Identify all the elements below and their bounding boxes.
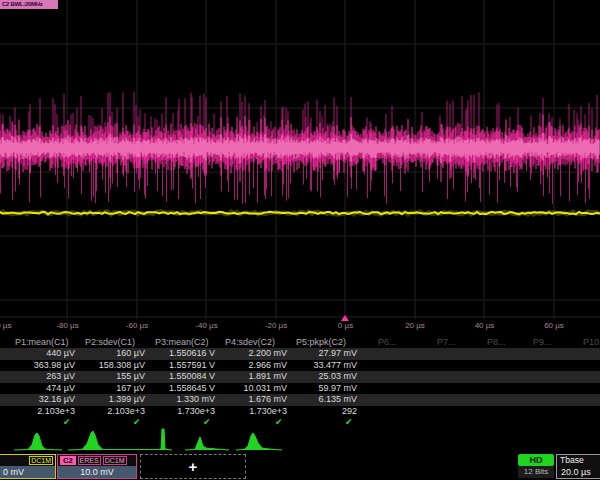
table-cell: 474 µV — [3, 383, 75, 395]
timebase-label: Tbase — [557, 455, 600, 466]
histicon — [185, 437, 229, 450]
c2-channel-badge: C2 — [60, 456, 76, 465]
c2-scale: 10.0 mV — [58, 466, 136, 478]
hd-bits-label: 12 Bits — [518, 466, 554, 478]
c2-eres-token: ERES — [78, 456, 101, 465]
hd-badge: HD — [518, 454, 554, 466]
table-cell: 33.477 mV — [285, 360, 357, 372]
measure-histicons — [0, 427, 600, 453]
table-cell: 10.031 mV — [215, 383, 287, 395]
table-cell: 160 µV — [73, 348, 145, 360]
table-cell: 1.891 mV — [215, 371, 287, 383]
table-cell: 59.97 mV — [285, 383, 357, 395]
table-cell: 32.16 µV — [3, 394, 75, 406]
measure-header-p6[interactable]: P6... — [378, 337, 397, 349]
c2-descriptor-box[interactable]: C2 ERES DC1M 10.0 mV — [57, 454, 137, 479]
measure-header-p9[interactable]: P9... — [533, 337, 552, 349]
table-cell: 2.103e+3 — [73, 406, 145, 418]
table-cell: 1.730e+3 — [215, 406, 287, 418]
measure-header-p4[interactable]: P4:sdev(C2) — [225, 337, 275, 349]
time-axis: -100 µs-80 µs-60 µs-40 µs-20 µs0 µs20 µs… — [0, 320, 600, 334]
plus-icon: + — [189, 458, 198, 475]
measure-header-p1[interactable]: P1:mean(C1) — [15, 337, 69, 349]
table-cell: 155 µV — [73, 371, 145, 383]
table-row: 32.16 µV1.399 µV1.330 mV1.676 mV6.135 mV — [0, 394, 600, 406]
table-cell: 158.308 µV — [73, 360, 145, 372]
measure-header-p8[interactable]: P8... — [487, 337, 506, 349]
table-cell: 1.558645 V — [143, 383, 215, 395]
time-tick-label: 20 µs — [405, 321, 425, 330]
table-cell: 27.97 mV — [285, 348, 357, 360]
measure-header-p10[interactable]: P10... — [583, 337, 600, 349]
table-row: 474 µV167 µV1.558645 V10.031 mV59.97 mV — [0, 383, 600, 395]
waveform-grid[interactable]: C2 BWL:20MHz — [0, 0, 600, 319]
table-row: 2.103e+32.103e+31.730e+31.730e+3292 — [0, 406, 600, 418]
table-row: 440 µV160 µV1.550616 V2.200 mV27.97 mV — [0, 348, 600, 360]
c1-descriptor-box[interactable]: DC1M 0 mV — [0, 454, 56, 479]
table-cell: 1.730e+3 — [143, 406, 215, 418]
c2-coupling-token: DC1M — [103, 456, 127, 465]
histicon — [68, 429, 172, 450]
table-cell: 292 — [285, 406, 357, 418]
c2-trace-badge[interactable]: C2 BWL:20MHz — [0, 0, 58, 9]
table-cell: 1.676 mV — [215, 394, 287, 406]
table-cell: 1.399 µV — [73, 394, 145, 406]
table-cell: 363.98 µV — [3, 360, 75, 372]
table-cell: 6.135 mV — [285, 394, 357, 406]
time-tick-label: 0 µs — [338, 321, 353, 330]
time-tick-label: -20 µs — [265, 321, 287, 330]
table-cell: 167 µV — [73, 383, 145, 395]
add-trace-panel[interactable]: + — [140, 454, 246, 479]
time-tick-label: -100 µs — [0, 321, 11, 330]
histicon — [236, 433, 282, 450]
table-row: P1:mean(C1)P2:sdev(C1)P3:mean(C2)P4:sdev… — [0, 337, 600, 349]
table-cell: 2.966 mV — [215, 360, 287, 372]
timebase-descriptor-box[interactable]: Tbase 20.0 µs — [556, 454, 600, 479]
measure-header-p3[interactable]: P3:mean(C2) — [155, 337, 209, 349]
table-cell: 440 µV — [3, 348, 75, 360]
table-cell: 263 µV — [3, 371, 75, 383]
table-cell: 2.103e+3 — [3, 406, 75, 418]
table-cell: 25.03 mV — [285, 371, 357, 383]
time-tick-label: -40 µs — [195, 321, 217, 330]
table-row: 363.98 µV158.308 µV1.557591 V2.966 mV33.… — [0, 360, 600, 372]
timebase-scale: 20.0 µs — [557, 466, 600, 478]
table-cell: 1.550084 V — [143, 371, 215, 383]
measure-header-p5[interactable]: P5:pkpk(C2) — [296, 337, 346, 349]
table-cell: 1.550616 V — [143, 348, 215, 360]
measure-table: P1:mean(C1)P2:sdev(C1)P3:mean(C2)P4:sdev… — [0, 337, 600, 429]
oscilloscope-screen: C2 BWL:20MHz -100 µs-80 µs-60 µs-40 µs-2… — [0, 0, 600, 480]
time-tick-label: -60 µs — [126, 321, 148, 330]
histicon — [14, 433, 62, 450]
hd-mode-module[interactable]: HD 12 Bits — [518, 454, 554, 479]
table-row: 263 µV155 µV1.550084 V1.891 mV25.03 mV — [0, 371, 600, 383]
table-cell: 1.557591 V — [143, 360, 215, 372]
time-tick-label: 60 µs — [544, 321, 564, 330]
c1-scale: 0 mV — [0, 466, 55, 478]
table-cell: 1.330 mV — [143, 394, 215, 406]
c1-coupling-token: DC1M — [29, 456, 53, 465]
time-tick-label: 40 µs — [475, 321, 495, 330]
trigger-position-icon[interactable] — [341, 315, 349, 321]
waveform-canvas — [0, 0, 600, 319]
time-tick-label: -80 µs — [56, 321, 78, 330]
table-cell: 2.200 mV — [215, 348, 287, 360]
measure-header-p2[interactable]: P2:sdev(C1) — [85, 337, 135, 349]
measure-header-p7[interactable]: P7... — [437, 337, 456, 349]
